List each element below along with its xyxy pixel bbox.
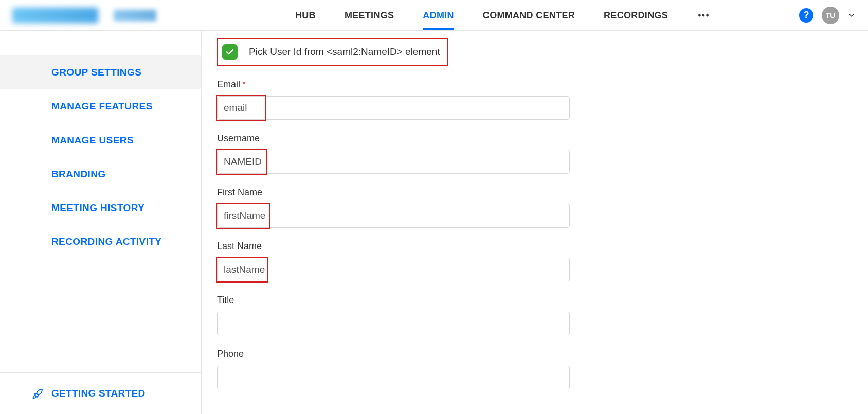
field-first-name: First Name: [217, 187, 853, 228]
getting-started-label: GETTING STARTED: [51, 388, 146, 399]
top-right: ? TU: [799, 7, 856, 24]
input-last-name[interactable]: [217, 258, 570, 281]
label-email: Email*: [217, 79, 853, 90]
rocket-icon: [32, 387, 44, 400]
top-bar: HUB MEETINGS ADMIN COMMAND CENTER RECORD…: [0, 0, 868, 31]
sidebar-item-manage-features[interactable]: MANAGE FEATURES: [0, 89, 201, 123]
sidebar-item-meeting-history[interactable]: MEETING HISTORY: [0, 191, 201, 225]
field-phone: Phone: [217, 349, 853, 389]
svg-point-1: [702, 14, 705, 16]
nav-more-icon[interactable]: [697, 1, 710, 30]
nav-meetings[interactable]: MEETINGS: [345, 1, 394, 30]
brand-logo: [12, 8, 98, 23]
input-first-name[interactable]: [217, 204, 570, 228]
label-first-name: First Name: [217, 187, 853, 198]
layout: GROUP SETTINGS MANAGE FEATURES MANAGE US…: [0, 31, 868, 414]
field-username: Username: [217, 133, 853, 174]
brand-sub: [114, 10, 156, 21]
svg-point-0: [698, 14, 701, 16]
top-nav: HUB MEETINGS ADMIN COMMAND CENTER RECORD…: [295, 1, 710, 30]
svg-point-2: [706, 14, 709, 16]
input-email[interactable]: [217, 96, 570, 120]
label-phone: Phone: [217, 349, 853, 360]
brand-area: [12, 8, 156, 23]
checkbox-pick-user-id[interactable]: Pick User Id from <saml2:NameID> element: [217, 38, 448, 66]
label-title: Title: [217, 295, 853, 306]
field-title: Title: [217, 295, 853, 335]
main: Pick User Id from <saml2:NameID> element…: [202, 31, 868, 414]
input-username[interactable]: [217, 150, 570, 174]
field-last-name: Last Name: [217, 241, 853, 281]
field-email: Email*: [217, 79, 853, 120]
chevron-down-icon[interactable]: [847, 11, 856, 20]
sidebar-item-group-settings[interactable]: GROUP SETTINGS: [0, 55, 201, 89]
checkbox-icon[interactable]: [222, 44, 238, 60]
sidebar-item-recording-activity[interactable]: RECORDING ACTIVITY: [0, 225, 201, 259]
sidebar-item-manage-users[interactable]: MANAGE USERS: [0, 123, 201, 157]
nav-recordings[interactable]: RECORDINGS: [604, 1, 668, 30]
side-nav: GROUP SETTINGS MANAGE FEATURES MANAGE US…: [0, 31, 201, 372]
sidebar-getting-started[interactable]: GETTING STARTED: [0, 372, 201, 414]
help-icon[interactable]: ?: [799, 8, 813, 23]
nav-hub[interactable]: HUB: [295, 1, 316, 30]
nav-admin[interactable]: ADMIN: [423, 1, 454, 30]
nav-command-center[interactable]: COMMAND CENTER: [483, 1, 575, 30]
checkbox-label: Pick User Id from <saml2:NameID> element: [249, 46, 440, 58]
sidebar: GROUP SETTINGS MANAGE FEATURES MANAGE US…: [0, 31, 202, 414]
input-title[interactable]: [217, 312, 570, 335]
sidebar-item-branding[interactable]: BRANDING: [0, 157, 201, 191]
label-last-name: Last Name: [217, 241, 853, 252]
label-username: Username: [217, 133, 853, 144]
avatar[interactable]: TU: [822, 7, 839, 24]
input-phone[interactable]: [217, 366, 570, 389]
